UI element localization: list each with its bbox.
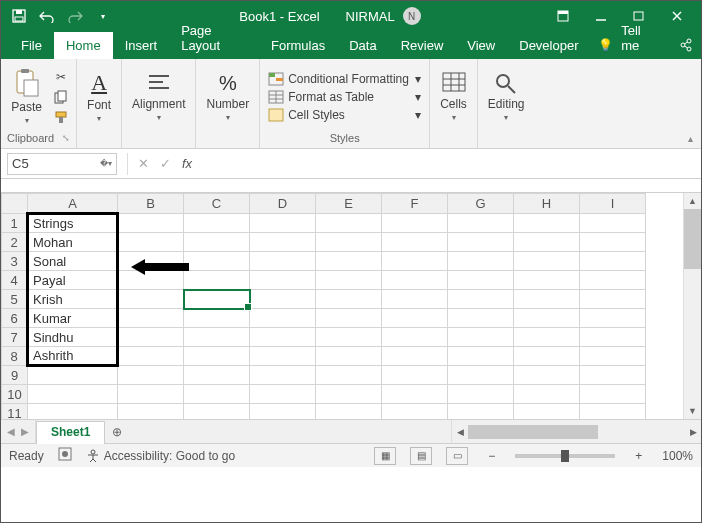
cell[interactable]: [184, 233, 250, 252]
cell[interactable]: [514, 271, 580, 290]
col-header[interactable]: D: [250, 194, 316, 214]
cell[interactable]: [580, 214, 646, 233]
cell[interactable]: [118, 347, 184, 366]
cell[interactable]: [382, 233, 448, 252]
cell[interactable]: [514, 214, 580, 233]
accessibility-status[interactable]: Accessibility: Good to go: [86, 449, 235, 463]
save-icon[interactable]: [7, 4, 31, 28]
macro-record-icon[interactable]: [58, 447, 72, 464]
collapse-ribbon-icon[interactable]: ▴: [688, 133, 693, 144]
cell[interactable]: [118, 328, 184, 347]
cell[interactable]: Kumar: [28, 309, 118, 328]
row-header[interactable]: 4: [2, 271, 28, 290]
row-header[interactable]: 10: [2, 385, 28, 404]
cell[interactable]: Krish: [28, 290, 118, 309]
cell[interactable]: [580, 233, 646, 252]
cell[interactable]: [250, 252, 316, 271]
cell[interactable]: [250, 290, 316, 309]
horizontal-scrollbar[interactable]: ◀ ▶: [451, 420, 701, 443]
cell[interactable]: [250, 385, 316, 404]
cell[interactable]: [448, 366, 514, 385]
insert-function-icon[interactable]: fx: [176, 153, 198, 175]
zoom-slider[interactable]: [515, 454, 615, 458]
qat-customize-icon[interactable]: ▾: [91, 4, 115, 28]
row-header[interactable]: 9: [2, 366, 28, 385]
cell[interactable]: [514, 309, 580, 328]
col-header[interactable]: C: [184, 194, 250, 214]
cell[interactable]: [28, 366, 118, 385]
row-header[interactable]: 1: [2, 214, 28, 233]
cell[interactable]: [382, 271, 448, 290]
paste-button[interactable]: Paste ▾: [7, 66, 46, 127]
conditional-formatting-button[interactable]: Conditional Formatting▾: [266, 71, 423, 87]
cell[interactable]: [184, 366, 250, 385]
col-header[interactable]: H: [514, 194, 580, 214]
cell[interactable]: [448, 233, 514, 252]
col-header[interactable]: I: [580, 194, 646, 214]
cell[interactable]: [580, 309, 646, 328]
cell[interactable]: [184, 252, 250, 271]
cell[interactable]: [514, 404, 580, 420]
row-header[interactable]: 2: [2, 233, 28, 252]
col-header[interactable]: B: [118, 194, 184, 214]
col-header[interactable]: E: [316, 194, 382, 214]
zoom-level[interactable]: 100%: [662, 449, 693, 463]
cell[interactable]: [250, 404, 316, 420]
scroll-up-icon[interactable]: ▲: [684, 193, 701, 209]
cell[interactable]: [448, 328, 514, 347]
cell[interactable]: [580, 347, 646, 366]
cell[interactable]: [514, 347, 580, 366]
cell[interactable]: [118, 385, 184, 404]
cell[interactable]: [382, 385, 448, 404]
cell[interactable]: [448, 252, 514, 271]
tab-tell-me[interactable]: Tell me: [621, 17, 670, 59]
clipboard-launcher-icon[interactable]: ⤡: [62, 133, 70, 143]
enter-formula-icon[interactable]: ✓: [154, 153, 176, 175]
cell[interactable]: [250, 233, 316, 252]
cell[interactable]: [382, 290, 448, 309]
sheet-nav-prev-icon[interactable]: ◀: [7, 426, 15, 437]
cell[interactable]: [316, 309, 382, 328]
number-button[interactable]: % Number ▾: [202, 70, 253, 124]
name-box-dropdown-icon[interactable]: �▾: [100, 159, 112, 168]
cell[interactable]: [28, 385, 118, 404]
tab-data[interactable]: Data: [337, 32, 388, 59]
redo-icon[interactable]: [63, 4, 87, 28]
cells-button[interactable]: Cells ▾: [436, 69, 471, 124]
cell[interactable]: Payal: [28, 271, 118, 290]
alignment-button[interactable]: Alignment ▾: [128, 69, 189, 124]
scroll-thumb[interactable]: [468, 425, 598, 439]
ribbon-display-options-icon[interactable]: [545, 2, 581, 30]
name-box[interactable]: C5 �▾: [7, 153, 117, 175]
cell[interactable]: [118, 309, 184, 328]
row-header[interactable]: 5: [2, 290, 28, 309]
tab-home[interactable]: Home: [54, 32, 113, 59]
cell[interactable]: [316, 290, 382, 309]
cell[interactable]: [316, 271, 382, 290]
select-all-corner[interactable]: [2, 194, 28, 214]
tab-insert[interactable]: Insert: [113, 32, 170, 59]
col-header[interactable]: A: [28, 194, 118, 214]
cell[interactable]: [382, 404, 448, 420]
zoom-out-icon[interactable]: −: [482, 449, 501, 463]
formula-bar[interactable]: [198, 153, 701, 175]
add-sheet-button[interactable]: ⊕: [105, 420, 129, 443]
cell[interactable]: [184, 271, 250, 290]
cell[interactable]: Strings: [28, 214, 118, 233]
cell[interactable]: [184, 309, 250, 328]
cell[interactable]: [448, 271, 514, 290]
tab-file[interactable]: File: [9, 32, 54, 59]
normal-view-icon[interactable]: ▦: [374, 447, 396, 465]
cell[interactable]: [316, 347, 382, 366]
cell[interactable]: [316, 233, 382, 252]
vertical-scrollbar[interactable]: ▲ ▼: [683, 193, 701, 419]
col-header[interactable]: G: [448, 194, 514, 214]
row-header[interactable]: 8: [2, 347, 28, 366]
cell[interactable]: [184, 328, 250, 347]
cell[interactable]: [250, 347, 316, 366]
scroll-down-icon[interactable]: ▼: [684, 403, 701, 419]
cell[interactable]: [448, 290, 514, 309]
cell[interactable]: Ashrith: [28, 347, 118, 366]
cell[interactable]: [316, 252, 382, 271]
cell[interactable]: [514, 290, 580, 309]
